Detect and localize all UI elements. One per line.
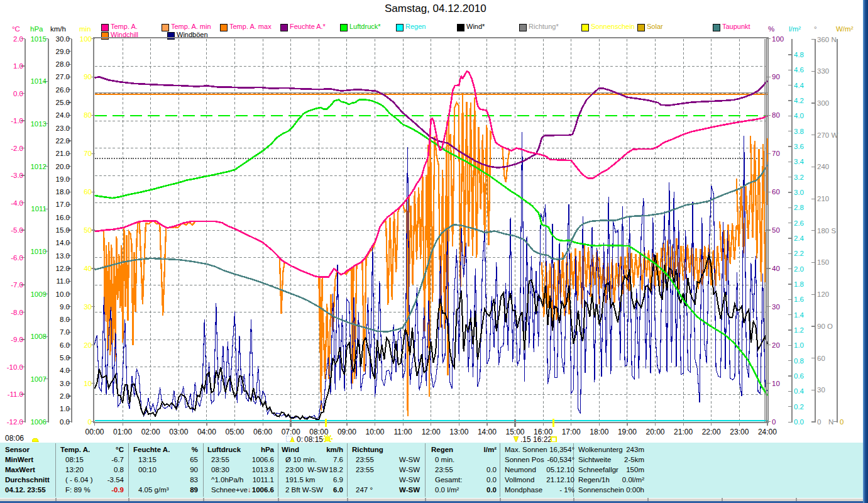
- svg-text:300: 300: [817, 99, 829, 107]
- svg-text:3.6: 3.6: [794, 143, 804, 150]
- svg-text:2.8: 2.8: [794, 204, 804, 211]
- svg-text:80: 80: [84, 111, 92, 119]
- svg-text:1008: 1008: [30, 333, 47, 340]
- svg-text:-12.0: -12.0: [7, 418, 23, 426]
- svg-text:18:00: 18:00: [590, 428, 608, 436]
- svg-text:14:00: 14:00: [478, 428, 497, 436]
- svg-text:13:00: 13:00: [449, 428, 468, 436]
- svg-text:3.8: 3.8: [794, 128, 804, 135]
- svg-text:0.6: 0.6: [794, 372, 804, 380]
- svg-text:-1.0: -1.0: [11, 117, 23, 124]
- svg-text:2.2: 2.2: [794, 250, 804, 257]
- svg-text:19.0: 19.0: [56, 175, 70, 183]
- svg-text:240: 240: [817, 163, 829, 170]
- svg-text:7.0: 7.0: [60, 328, 70, 336]
- svg-text:50: 50: [772, 226, 780, 234]
- svg-text:04:00: 04:00: [197, 428, 216, 436]
- svg-text:10: 10: [772, 380, 780, 387]
- svg-text:0.8: 0.8: [794, 357, 804, 365]
- svg-text:4.8: 4.8: [794, 51, 804, 58]
- svg-text:0: 0: [817, 418, 821, 426]
- svg-text:28.0: 28.0: [56, 60, 70, 68]
- svg-text:6.0: 6.0: [60, 341, 70, 349]
- svg-text:16.0: 16.0: [56, 214, 70, 221]
- svg-text:14.0: 14.0: [56, 239, 70, 246]
- svg-text:-10.0: -10.0: [7, 363, 23, 371]
- svg-text:10: 10: [84, 380, 92, 387]
- svg-text:17.0: 17.0: [56, 201, 70, 208]
- svg-text:4.2: 4.2: [794, 97, 804, 104]
- svg-text:09:00: 09:00: [338, 428, 356, 436]
- svg-text:20: 20: [84, 341, 92, 349]
- svg-text:23.0: 23.0: [56, 124, 70, 132]
- svg-text:11.0: 11.0: [56, 277, 70, 285]
- svg-text:50: 50: [84, 226, 92, 234]
- svg-text:01:00: 01:00: [113, 428, 132, 436]
- svg-text:30: 30: [772, 303, 780, 311]
- svg-text:-9.0: -9.0: [11, 336, 23, 343]
- svg-text:100: 100: [772, 35, 784, 43]
- svg-text:-8.0: -8.0: [11, 309, 23, 316]
- svg-text:15.0: 15.0: [56, 226, 70, 234]
- svg-text:0: 0: [88, 418, 92, 426]
- svg-text:3.2: 3.2: [794, 174, 804, 181]
- svg-text:1009: 1009: [30, 290, 47, 298]
- svg-text:3.4: 3.4: [794, 158, 805, 165]
- svg-text:2.0: 2.0: [60, 392, 70, 400]
- svg-text:5.0: 5.0: [60, 354, 70, 362]
- svg-text:12:00: 12:00: [422, 428, 441, 436]
- svg-text:1011: 1011: [31, 205, 47, 213]
- svg-text:90: 90: [84, 73, 92, 80]
- svg-text:10:00: 10:00: [365, 428, 384, 436]
- svg-text:29.0: 29.0: [56, 48, 70, 55]
- svg-text:4.4: 4.4: [794, 82, 805, 89]
- svg-text:100: 100: [80, 35, 92, 43]
- svg-text:N: N: [828, 418, 833, 426]
- svg-text:23:00: 23:00: [730, 428, 749, 436]
- svg-text:05:00: 05:00: [225, 428, 244, 436]
- svg-text:4.0: 4.0: [60, 367, 70, 374]
- svg-text:-6.0: -6.0: [11, 254, 23, 262]
- svg-text:2.0: 2.0: [794, 265, 804, 273]
- svg-text:2.6: 2.6: [794, 219, 804, 227]
- svg-text:0.0: 0.0: [13, 90, 23, 97]
- svg-text:3.0: 3.0: [60, 380, 70, 387]
- svg-text:20: 20: [772, 341, 780, 349]
- svg-text:60: 60: [772, 188, 780, 196]
- svg-text:210: 210: [817, 195, 829, 202]
- svg-text:120: 120: [817, 290, 829, 298]
- svg-text:20.0: 20.0: [56, 163, 70, 170]
- svg-text:90 O: 90 O: [817, 323, 833, 330]
- svg-text:1.0: 1.0: [794, 341, 804, 349]
- svg-text:1.2: 1.2: [794, 326, 804, 334]
- svg-text:9.0: 9.0: [60, 303, 70, 311]
- svg-text:1.4: 1.4: [794, 311, 805, 319]
- svg-text:2.0: 2.0: [13, 35, 23, 43]
- svg-text:-7.0: -7.0: [11, 281, 23, 289]
- svg-text:330: 330: [817, 67, 829, 75]
- svg-text:21.0: 21.0: [56, 150, 70, 157]
- svg-text:1.6: 1.6: [794, 296, 804, 303]
- svg-text:08:06: 08:06: [5, 434, 24, 443]
- svg-text:0.2: 0.2: [794, 403, 804, 411]
- svg-text:1007: 1007: [30, 375, 47, 383]
- svg-text:02:00: 02:00: [141, 428, 160, 436]
- svg-text:-5.0: -5.0: [11, 226, 23, 234]
- svg-text:180 S: 180 S: [817, 227, 836, 235]
- svg-text:4.6: 4.6: [794, 66, 804, 74]
- svg-text:-3.0: -3.0: [11, 172, 23, 179]
- svg-text:60: 60: [817, 355, 825, 362]
- svg-text:80: 80: [772, 111, 780, 119]
- svg-text:00:00: 00:00: [85, 428, 104, 436]
- svg-text:2.4: 2.4: [794, 235, 805, 242]
- svg-text:27.0: 27.0: [56, 73, 70, 80]
- svg-text:40: 40: [84, 265, 92, 272]
- svg-text:1.0: 1.0: [60, 405, 70, 412]
- svg-text:1014: 1014: [30, 77, 47, 85]
- svg-text:360 N: 360 N: [817, 36, 837, 43]
- svg-text:26.0: 26.0: [56, 86, 70, 94]
- svg-text:30.0: 30.0: [56, 35, 70, 43]
- svg-text:3.0: 3.0: [794, 189, 804, 196]
- svg-text:-2.0: -2.0: [11, 145, 23, 152]
- svg-text:8.0: 8.0: [60, 316, 70, 323]
